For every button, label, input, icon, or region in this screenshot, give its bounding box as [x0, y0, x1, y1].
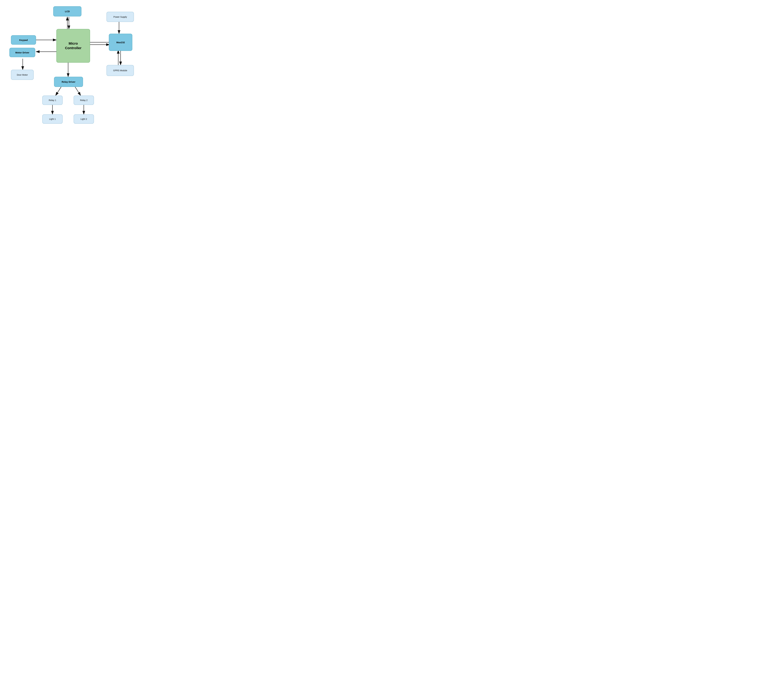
relay1-block: Relay 1 [42, 95, 63, 105]
door-motor-label: Door Motor [17, 73, 28, 76]
relay1-label: Relay 1 [49, 99, 56, 102]
microcontroller-label: Micro Controller [65, 41, 82, 50]
power-supply-block: Power Supply [107, 12, 134, 22]
relay2-block: Relay 2 [73, 95, 94, 105]
light2-block: Light 2 [73, 114, 94, 124]
relay-driver-label: Relay Driver [62, 80, 75, 83]
gprs-module-block: GPRS Module [107, 65, 134, 76]
max232-block: Max232 [109, 34, 132, 51]
power-supply-label: Power Supply [113, 16, 127, 18]
lcd-label: LCD [65, 10, 70, 13]
light1-block: Light 1 [42, 114, 63, 124]
relay-driver-block: Relay Driver [54, 77, 83, 87]
diagram: LCD Keypad Micro Controller Motor Driver… [0, 0, 157, 140]
lcd-block: LCD [53, 6, 82, 17]
microcontroller-block: Micro Controller [57, 29, 90, 63]
light2-label: Light 2 [80, 118, 87, 120]
relay2-label: Relay 2 [80, 99, 87, 102]
motor-driver-block: Motor Driver [9, 48, 35, 57]
gprs-module-label: GPRS Module [113, 69, 127, 72]
motor-driver-label: Motor Driver [15, 51, 29, 54]
light1-label: Light 1 [49, 118, 56, 120]
keypad-block: Keypad [11, 35, 36, 45]
max232-label: Max232 [117, 41, 125, 44]
door-motor-block: Door Motor [11, 70, 34, 80]
keypad-label: Keypad [19, 39, 28, 41]
